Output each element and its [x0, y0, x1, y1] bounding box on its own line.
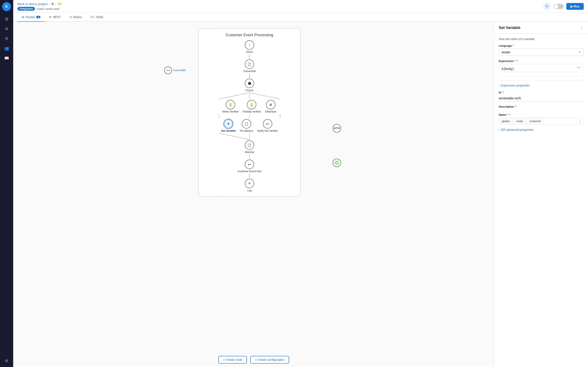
flow-box: Customer Event Processing ↓ Direct 📋 Unm… [198, 28, 301, 197]
name-label: Name * ? [499, 113, 584, 116]
sidebar-icon-grid[interactable]: ⊞ [3, 15, 11, 23]
otherwise-circle[interactable]: ⊘ [266, 100, 276, 109]
route-entry-circle[interactable]: ⟷ [164, 67, 172, 74]
description-help-icon[interactable]: ? [515, 105, 517, 108]
set-variable-label: Set Variable [221, 129, 236, 132]
kafka-node[interactable]: ⬡ [333, 158, 341, 167]
name-dots-button[interactable]: ⋮ [578, 119, 582, 124]
otherwise-label: Otherwise [265, 110, 277, 113]
sidebar-icon-people[interactable]: 👥 [3, 44, 11, 52]
name-required: * [507, 113, 508, 116]
tab-yaml-label: YAML [96, 15, 104, 19]
partially-verified-label: Partially verified [243, 110, 261, 113]
set-variable-circle[interactable]: ≡ [224, 119, 233, 128]
node-notify-not-verified[interactable]: ↩ Notify Not Verified [257, 119, 278, 132]
node-unmarshal[interactable]: 📋 Unmarshal [243, 59, 256, 73]
code-icon[interactable]: </> [577, 66, 581, 69]
name-chip-global[interactable]: global: [499, 118, 513, 125]
direct-circle[interactable]: ↓ [245, 40, 254, 50]
breadcrumb-sep2: › [55, 2, 57, 6]
sidebar-icon-copy[interactable]: ⧉ [3, 25, 11, 33]
id-input[interactable] [499, 95, 584, 101]
language-label: Language * [499, 44, 584, 47]
sidebar-icon-settings[interactable]: ⚙ [3, 357, 11, 365]
panel-menu-button[interactable]: ⋮ [580, 25, 584, 30]
name-help-icon[interactable]: ? [509, 113, 511, 116]
refresh-button[interactable]: ↻ [543, 3, 551, 10]
header-left: Back to demo project › ⚙ › 📁 Integration… [17, 2, 62, 11]
sidebar: K ⊞ ⧉ ⚙ 👥 📖 ⚙ [0, 0, 13, 367]
tab-yaml[interactable]: </> YAML [86, 13, 108, 22]
name-field-row: global: route: customer ⋮ [499, 118, 584, 125]
rest-icon: ⟳ [49, 15, 52, 19]
divider-1 [499, 80, 584, 80]
name-chip-route[interactable]: route: [513, 118, 526, 125]
node-set-variable[interactable]: ≡ Set Variable [221, 119, 236, 132]
app-logo: K [2, 2, 11, 11]
connector-marshal-hub [249, 155, 250, 159]
create-route-button[interactable]: + Create route [218, 356, 247, 364]
tab-beans-label: Beans [73, 15, 82, 19]
node-customer-event-hub[interactable]: ↩ Customer Event Hub [237, 160, 261, 173]
tab-bar: ⊞ Routes 1 ⟳ REST ⊙ Beans </> YAML [13, 13, 588, 22]
http-node[interactable]: HTTP [333, 124, 341, 133]
expression-help-icon[interactable]: ? [516, 59, 518, 63]
sidebar-icon-gear[interactable]: ⚙ [3, 34, 11, 43]
expression-input[interactable] [501, 66, 577, 72]
language-field-group: Language * simple [499, 44, 584, 56]
language-select[interactable]: simple [499, 49, 584, 56]
tab-rest[interactable]: ⟳ REST [45, 13, 65, 22]
node-otherwise[interactable]: ⊘ Otherwise [265, 100, 277, 113]
run-button[interactable]: ▶ Run [566, 3, 584, 10]
fill-address-circle[interactable]: 📋 [242, 119, 251, 128]
converge-lines [203, 133, 296, 140]
branch-lines-2 [203, 114, 296, 118]
notify-not-verified-circle[interactable]: ↩ [263, 119, 272, 128]
log-circle[interactable]: ≡ [245, 179, 254, 188]
beans-icon: ⊙ [69, 15, 72, 19]
node-partially-verified[interactable]: 💡 Partially verified [243, 100, 261, 113]
when-verified-circle[interactable]: 💡 [226, 100, 235, 109]
notify-not-verified-label: Notify Not Verified [257, 129, 278, 132]
node-choice[interactable]: ⊕ Choice [245, 79, 254, 92]
unmarshal-circle[interactable]: 📋 [245, 59, 254, 69]
tab-routes[interactable]: ⊞ Routes 1 [17, 13, 45, 22]
canvas-footer: + Create route + Create configuration [215, 352, 293, 367]
direct-label: Direct [246, 50, 253, 53]
tab-routes-label: Routes [25, 15, 35, 19]
partially-verified-circle[interactable]: 💡 [247, 100, 256, 109]
node-fill-address[interactable]: 📋 Fill address [240, 119, 253, 132]
flow-title: Customer Event Processing [226, 33, 273, 37]
toggle-switch[interactable] [554, 4, 564, 9]
sidebar-icon-book[interactable]: 📖 [3, 54, 11, 62]
choice-circle[interactable]: ⊕ [245, 79, 254, 88]
breadcrumb-icon-gear[interactable]: ⚙ [51, 2, 54, 6]
expression-properties-chevron: › [499, 84, 500, 87]
node-marshal[interactable]: 📋 Marshal [245, 141, 254, 154]
create-configuration-button[interactable]: + Create configuration [250, 356, 289, 364]
branch-row-actions: ≡ Set Variable 📋 Fill address ↩ Notify N… [203, 119, 296, 132]
node-when-verified[interactable]: 💡 When Verified [222, 100, 238, 113]
svg-line-2 [249, 93, 280, 99]
expression-properties-row[interactable]: › Expression properties [499, 84, 584, 87]
description-field-group: Description ? [499, 105, 584, 109]
eip-properties-chevron: › [499, 128, 500, 131]
panel-header: Set Variable ⋮ [494, 22, 588, 34]
breadcrumb-project[interactable]: Back to demo project [17, 2, 48, 6]
node-direct[interactable]: ↓ Direct [245, 40, 254, 53]
route-entry: ⟷ route-5986 [164, 67, 186, 74]
external-kafka: ⬡ [333, 158, 341, 167]
breadcrumb-icon-folder[interactable]: 📁 [58, 2, 62, 6]
breadcrumb: Back to demo project › ⚙ › 📁 [17, 2, 62, 6]
name-chip-customer[interactable]: customer [527, 118, 544, 125]
id-help-icon[interactable]: ? [502, 91, 504, 94]
panel-title: Set Variable [499, 25, 521, 30]
route-id-label: route-5986 [173, 69, 186, 72]
customer-event-hub-circle[interactable]: ↩ [245, 160, 254, 169]
marshal-circle[interactable]: 📋 [245, 141, 254, 150]
tab-beans[interactable]: ⊙ Beans [65, 13, 86, 22]
node-log[interactable]: ≡ Log [245, 179, 254, 192]
header-sub: Integration route1.camel.yaml [17, 7, 62, 11]
branch-lines [203, 93, 296, 99]
eip-properties-row[interactable]: › EIP advanced properties [499, 128, 584, 132]
